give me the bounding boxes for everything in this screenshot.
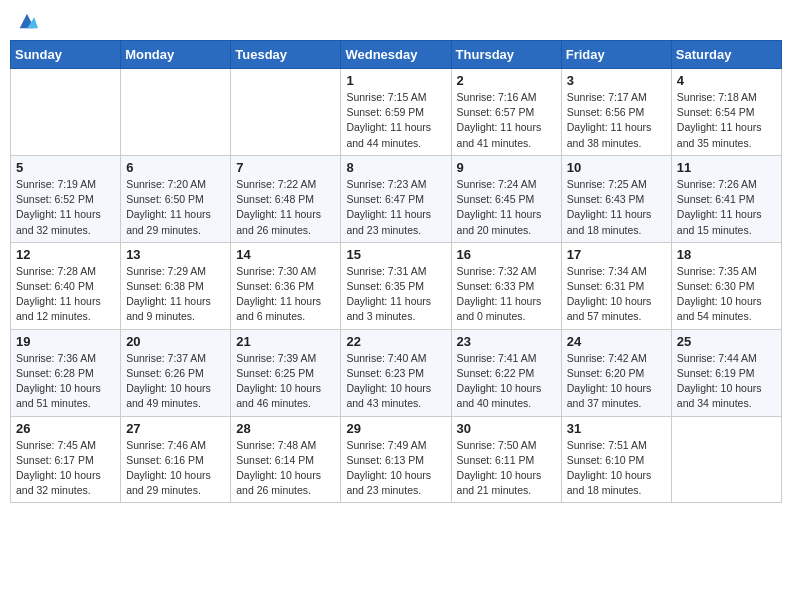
calendar-day-cell: 19Sunrise: 7:36 AMSunset: 6:28 PMDayligh…	[11, 329, 121, 416]
day-info: Sunrise: 7:39 AMSunset: 6:25 PMDaylight:…	[236, 351, 335, 412]
calendar-day-cell: 6Sunrise: 7:20 AMSunset: 6:50 PMDaylight…	[121, 155, 231, 242]
calendar-day-cell: 28Sunrise: 7:48 AMSunset: 6:14 PMDayligh…	[231, 416, 341, 503]
day-info: Sunrise: 7:41 AMSunset: 6:22 PMDaylight:…	[457, 351, 556, 412]
day-number: 21	[236, 334, 335, 349]
calendar-table: SundayMondayTuesdayWednesdayThursdayFrid…	[10, 40, 782, 503]
day-info: Sunrise: 7:36 AMSunset: 6:28 PMDaylight:…	[16, 351, 115, 412]
calendar-day-cell: 26Sunrise: 7:45 AMSunset: 6:17 PMDayligh…	[11, 416, 121, 503]
day-number: 5	[16, 160, 115, 175]
calendar-week-row: 5Sunrise: 7:19 AMSunset: 6:52 PMDaylight…	[11, 155, 782, 242]
day-info: Sunrise: 7:22 AMSunset: 6:48 PMDaylight:…	[236, 177, 335, 238]
day-number: 25	[677, 334, 776, 349]
day-of-week-header: Sunday	[11, 41, 121, 69]
day-number: 31	[567, 421, 666, 436]
day-number: 24	[567, 334, 666, 349]
calendar-day-cell: 10Sunrise: 7:25 AMSunset: 6:43 PMDayligh…	[561, 155, 671, 242]
day-of-week-header: Saturday	[671, 41, 781, 69]
day-number: 1	[346, 73, 445, 88]
day-info: Sunrise: 7:17 AMSunset: 6:56 PMDaylight:…	[567, 90, 666, 151]
calendar-day-cell: 24Sunrise: 7:42 AMSunset: 6:20 PMDayligh…	[561, 329, 671, 416]
day-info: Sunrise: 7:50 AMSunset: 6:11 PMDaylight:…	[457, 438, 556, 499]
day-info: Sunrise: 7:42 AMSunset: 6:20 PMDaylight:…	[567, 351, 666, 412]
calendar-day-cell: 13Sunrise: 7:29 AMSunset: 6:38 PMDayligh…	[121, 242, 231, 329]
day-number: 15	[346, 247, 445, 262]
day-info: Sunrise: 7:20 AMSunset: 6:50 PMDaylight:…	[126, 177, 225, 238]
day-info: Sunrise: 7:25 AMSunset: 6:43 PMDaylight:…	[567, 177, 666, 238]
calendar-day-cell	[231, 69, 341, 156]
day-info: Sunrise: 7:16 AMSunset: 6:57 PMDaylight:…	[457, 90, 556, 151]
calendar-day-cell: 15Sunrise: 7:31 AMSunset: 6:35 PMDayligh…	[341, 242, 451, 329]
day-info: Sunrise: 7:15 AMSunset: 6:59 PMDaylight:…	[346, 90, 445, 151]
calendar-day-cell	[121, 69, 231, 156]
page-header	[10, 10, 782, 32]
day-number: 20	[126, 334, 225, 349]
day-number: 30	[457, 421, 556, 436]
day-of-week-header: Wednesday	[341, 41, 451, 69]
day-number: 14	[236, 247, 335, 262]
calendar-day-cell: 12Sunrise: 7:28 AMSunset: 6:40 PMDayligh…	[11, 242, 121, 329]
day-number: 28	[236, 421, 335, 436]
calendar-week-row: 19Sunrise: 7:36 AMSunset: 6:28 PMDayligh…	[11, 329, 782, 416]
calendar-day-cell: 25Sunrise: 7:44 AMSunset: 6:19 PMDayligh…	[671, 329, 781, 416]
day-of-week-header: Thursday	[451, 41, 561, 69]
day-number: 9	[457, 160, 556, 175]
day-info: Sunrise: 7:23 AMSunset: 6:47 PMDaylight:…	[346, 177, 445, 238]
calendar-day-cell: 22Sunrise: 7:40 AMSunset: 6:23 PMDayligh…	[341, 329, 451, 416]
calendar-day-cell: 14Sunrise: 7:30 AMSunset: 6:36 PMDayligh…	[231, 242, 341, 329]
day-number: 4	[677, 73, 776, 88]
logo-icon	[16, 10, 38, 32]
calendar-day-cell: 2Sunrise: 7:16 AMSunset: 6:57 PMDaylight…	[451, 69, 561, 156]
day-info: Sunrise: 7:34 AMSunset: 6:31 PMDaylight:…	[567, 264, 666, 325]
calendar-day-cell: 17Sunrise: 7:34 AMSunset: 6:31 PMDayligh…	[561, 242, 671, 329]
day-info: Sunrise: 7:37 AMSunset: 6:26 PMDaylight:…	[126, 351, 225, 412]
calendar-day-cell: 1Sunrise: 7:15 AMSunset: 6:59 PMDaylight…	[341, 69, 451, 156]
day-of-week-header: Friday	[561, 41, 671, 69]
day-info: Sunrise: 7:19 AMSunset: 6:52 PMDaylight:…	[16, 177, 115, 238]
day-number: 27	[126, 421, 225, 436]
calendar-day-cell: 3Sunrise: 7:17 AMSunset: 6:56 PMDaylight…	[561, 69, 671, 156]
day-info: Sunrise: 7:32 AMSunset: 6:33 PMDaylight:…	[457, 264, 556, 325]
day-info: Sunrise: 7:45 AMSunset: 6:17 PMDaylight:…	[16, 438, 115, 499]
day-info: Sunrise: 7:29 AMSunset: 6:38 PMDaylight:…	[126, 264, 225, 325]
calendar-week-row: 12Sunrise: 7:28 AMSunset: 6:40 PMDayligh…	[11, 242, 782, 329]
day-info: Sunrise: 7:51 AMSunset: 6:10 PMDaylight:…	[567, 438, 666, 499]
calendar-day-cell: 20Sunrise: 7:37 AMSunset: 6:26 PMDayligh…	[121, 329, 231, 416]
day-info: Sunrise: 7:24 AMSunset: 6:45 PMDaylight:…	[457, 177, 556, 238]
day-number: 18	[677, 247, 776, 262]
day-number: 3	[567, 73, 666, 88]
calendar-day-cell: 27Sunrise: 7:46 AMSunset: 6:16 PMDayligh…	[121, 416, 231, 503]
day-number: 17	[567, 247, 666, 262]
calendar-day-cell	[671, 416, 781, 503]
calendar-week-row: 26Sunrise: 7:45 AMSunset: 6:17 PMDayligh…	[11, 416, 782, 503]
calendar-day-cell: 7Sunrise: 7:22 AMSunset: 6:48 PMDaylight…	[231, 155, 341, 242]
day-info: Sunrise: 7:46 AMSunset: 6:16 PMDaylight:…	[126, 438, 225, 499]
calendar-day-cell: 8Sunrise: 7:23 AMSunset: 6:47 PMDaylight…	[341, 155, 451, 242]
day-info: Sunrise: 7:35 AMSunset: 6:30 PMDaylight:…	[677, 264, 776, 325]
day-number: 13	[126, 247, 225, 262]
day-info: Sunrise: 7:30 AMSunset: 6:36 PMDaylight:…	[236, 264, 335, 325]
calendar-day-cell: 23Sunrise: 7:41 AMSunset: 6:22 PMDayligh…	[451, 329, 561, 416]
day-number: 11	[677, 160, 776, 175]
calendar-day-cell: 11Sunrise: 7:26 AMSunset: 6:41 PMDayligh…	[671, 155, 781, 242]
day-info: Sunrise: 7:28 AMSunset: 6:40 PMDaylight:…	[16, 264, 115, 325]
day-number: 12	[16, 247, 115, 262]
day-info: Sunrise: 7:40 AMSunset: 6:23 PMDaylight:…	[346, 351, 445, 412]
day-number: 16	[457, 247, 556, 262]
day-info: Sunrise: 7:31 AMSunset: 6:35 PMDaylight:…	[346, 264, 445, 325]
calendar-day-cell: 21Sunrise: 7:39 AMSunset: 6:25 PMDayligh…	[231, 329, 341, 416]
calendar-day-cell: 30Sunrise: 7:50 AMSunset: 6:11 PMDayligh…	[451, 416, 561, 503]
calendar-day-cell: 31Sunrise: 7:51 AMSunset: 6:10 PMDayligh…	[561, 416, 671, 503]
calendar-week-row: 1Sunrise: 7:15 AMSunset: 6:59 PMDaylight…	[11, 69, 782, 156]
day-number: 22	[346, 334, 445, 349]
day-number: 7	[236, 160, 335, 175]
calendar-day-cell: 5Sunrise: 7:19 AMSunset: 6:52 PMDaylight…	[11, 155, 121, 242]
day-info: Sunrise: 7:48 AMSunset: 6:14 PMDaylight:…	[236, 438, 335, 499]
day-info: Sunrise: 7:44 AMSunset: 6:19 PMDaylight:…	[677, 351, 776, 412]
day-number: 29	[346, 421, 445, 436]
day-of-week-header: Monday	[121, 41, 231, 69]
calendar-day-cell: 16Sunrise: 7:32 AMSunset: 6:33 PMDayligh…	[451, 242, 561, 329]
day-number: 2	[457, 73, 556, 88]
day-number: 6	[126, 160, 225, 175]
calendar-header-row: SundayMondayTuesdayWednesdayThursdayFrid…	[11, 41, 782, 69]
day-info: Sunrise: 7:49 AMSunset: 6:13 PMDaylight:…	[346, 438, 445, 499]
